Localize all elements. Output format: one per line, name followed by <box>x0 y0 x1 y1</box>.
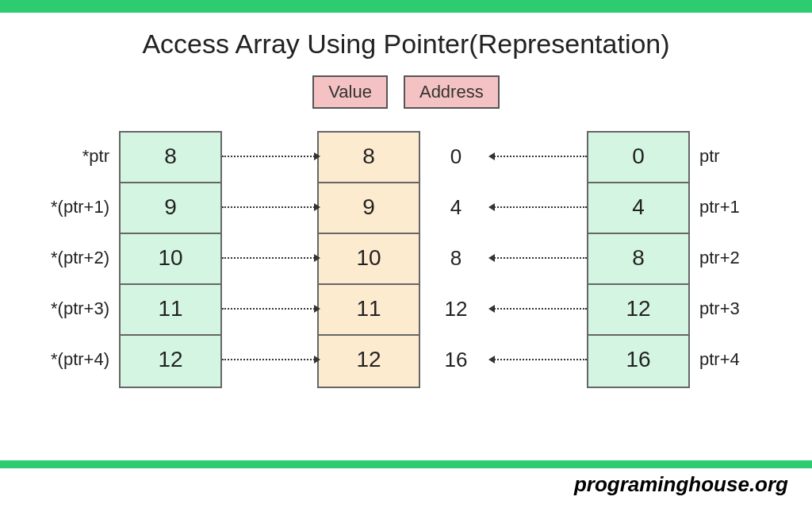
legend-value: Value <box>312 75 388 109</box>
arrow-right <box>222 131 317 182</box>
pointer-label: ptr+1 <box>699 182 761 233</box>
pointer-label: ptr+3 <box>699 283 761 334</box>
array-cell: 12 <box>319 336 419 387</box>
address-array: 0 4 8 12 16 <box>587 131 690 388</box>
address-values: 0 4 8 12 16 <box>420 131 492 385</box>
address-value: 8 <box>420 233 492 283</box>
array-cell: 8 <box>121 133 220 183</box>
arrow-left <box>492 182 587 233</box>
bottom-bar <box>0 460 812 468</box>
arrow-right <box>222 283 317 334</box>
pointer-labels: ptr ptr+1 ptr+2 ptr+3 ptr+4 <box>690 131 761 385</box>
arrow-left <box>492 283 587 334</box>
arrow-left <box>492 233 587 283</box>
address-value: 0 <box>420 131 492 182</box>
array-cell: 9 <box>319 183 419 234</box>
deref-label: *(ptr+1) <box>32 182 109 233</box>
pointer-label: ptr+4 <box>699 334 761 385</box>
array-cell: 10 <box>319 234 419 285</box>
deref-label: *(ptr+3) <box>32 283 109 334</box>
address-value: 12 <box>420 283 492 334</box>
arrow-right <box>222 334 317 385</box>
value-array-mid: 8 9 10 11 12 <box>317 131 420 388</box>
array-cell: 11 <box>319 285 419 336</box>
array-cell: 8 <box>588 234 688 285</box>
arrow-left <box>492 131 587 182</box>
deref-label: *ptr <box>32 131 109 182</box>
page-title: Access Array Using Pointer(Representatio… <box>32 29 780 60</box>
array-cell: 4 <box>588 183 688 234</box>
top-bar <box>0 0 812 13</box>
deref-label: *(ptr+2) <box>32 233 109 283</box>
array-cell: 9 <box>121 183 220 234</box>
array-cell: 10 <box>121 234 220 285</box>
array-cell: 0 <box>588 133 688 183</box>
watermark: programinghouse.org <box>574 472 788 497</box>
pointer-label: ptr <box>699 131 761 182</box>
deref-label: *(ptr+4) <box>32 334 109 385</box>
value-array-left: 8 9 10 11 12 <box>119 131 222 388</box>
arrow-right <box>222 182 317 233</box>
array-cell: 12 <box>121 336 220 387</box>
array-cell: 16 <box>588 336 688 387</box>
address-value: 4 <box>420 182 492 233</box>
array-cell: 8 <box>319 133 419 183</box>
legend: Value Address <box>32 75 780 109</box>
pointer-label: ptr+2 <box>699 233 761 283</box>
pointer-diagram: *ptr *(ptr+1) *(ptr+2) *(ptr+3) *(ptr+4)… <box>32 131 780 388</box>
deref-labels: *ptr *(ptr+1) *(ptr+2) *(ptr+3) *(ptr+4) <box>32 131 119 385</box>
arrow-right <box>222 233 317 283</box>
address-value: 16 <box>420 334 492 385</box>
array-cell: 12 <box>588 285 688 336</box>
arrow-left <box>492 334 587 385</box>
value-arrows <box>222 131 317 385</box>
array-cell: 11 <box>121 285 220 336</box>
diagram-content: Access Array Using Pointer(Representatio… <box>0 13 812 388</box>
address-arrows <box>492 131 587 385</box>
legend-address: Address <box>404 75 500 109</box>
